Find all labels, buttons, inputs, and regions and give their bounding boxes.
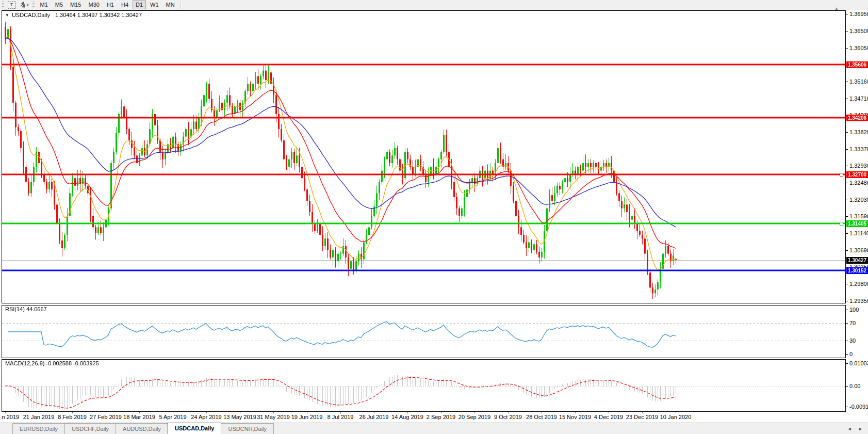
price-tick-label: 1.30690 [849,247,868,253]
macd-tick-label: 0.00 [849,383,860,389]
timeframe-mn[interactable]: MN [163,1,178,9]
top-toolbar: T ▾ M1M5M15M30H1H4D1W1MN [0,0,868,10]
rsi-panel [2,305,846,358]
time-axis[interactable]: 2 Jan 201921 Jan 20198 Feb 201927 Feb 20… [2,412,846,422]
price-tick-label: 1.31590 [849,213,868,219]
date-label: 15 Nov 2019 [559,414,591,420]
chevron-down-icon: ▾ [27,3,29,7]
axis-tick-mark [846,82,848,82]
timeframe-w1[interactable]: W1 [147,1,162,9]
ohlc-values: 1.30464 1.30497 1.30342 1.30427 [55,12,142,18]
time-axis-tick [474,412,475,413]
price-tick-label: 1.29800 [849,281,868,287]
time-axis-tick [407,412,408,413]
arrows-tool-icon [19,2,26,9]
time-axis-tick [240,412,240,413]
price-tick-label: 1.31140 [849,230,868,236]
tab-usdchf-daily[interactable]: USDCHF,Daily [64,423,116,434]
timeframe-h1[interactable]: H1 [104,1,117,9]
time-axis-tick [575,412,576,413]
price-tick-label: 1.35160 [849,78,868,85]
time-axis-tick [5,412,6,413]
rsi-tick-label: 100 [849,307,859,313]
mt5-chart-window: { "toolbar": { "text_tool": "T", "dropdo… [0,0,868,434]
candlestick-chart[interactable] [2,11,845,303]
price-tick-label: 1.29350 [849,298,868,304]
date-label: 20 Sep 2019 [458,414,490,420]
axis-tick-mark [846,48,848,49]
price-tick-label: 1.32480 [849,180,868,186]
macd-indicator-label: MACD(12,26,9) -0.002588 -0.003925 [5,360,99,366]
rsi-tick-label: 0 [849,351,853,357]
tab-eurusd-daily[interactable]: EURUSD,Daily [12,423,65,434]
level-price-label: 1.32700 [846,171,868,178]
time-axis-tick [173,412,173,413]
chart-shift-marker[interactable]: ▲ [834,6,839,11]
axis-tick-mark [846,132,848,133]
axis-tick-mark [846,310,848,310]
tab-usdcnh-daily[interactable]: USDCNH,Daily [221,423,274,434]
macd-panel [2,359,846,412]
rsi-chart[interactable] [2,306,845,358]
axis-tick-mark [846,341,848,341]
level-drag-handle[interactable] [840,173,843,176]
macd-tick-label: -0.009153 [849,404,868,410]
axis-tick-mark [846,99,848,99]
toolbar-grip[interactable] [32,2,35,8]
price-chart-panel [2,10,846,303]
axis-tick-mark [846,407,848,407]
tab-usdcad-daily[interactable]: USDCAD,Daily [168,423,221,434]
toolbar-grip[interactable] [2,2,4,8]
date-label: 5 Apr 2019 [159,414,186,420]
axis-tick-mark [846,386,848,387]
macd-chart[interactable] [2,360,845,411]
date-label: 24 Apr 2019 [191,414,221,420]
time-axis-tick [273,412,274,413]
time-axis-tick [609,412,609,413]
date-label: 2 Jan 2019 [2,414,19,420]
rsi-tick-label: 70 [849,320,856,326]
date-label: 8 Feb 2019 [58,414,87,420]
timeframe-buttons: M1M5M15M30H1H4D1W1MN [37,1,178,9]
price-tick-label: 1.32930 [849,163,868,169]
timeframe-d1[interactable]: D1 [133,1,146,9]
level-price-label: 1.30152 [846,267,868,274]
level-price-label: 1.31405 [846,220,868,227]
date-label: 10 Jan 2020 [660,414,692,420]
date-label: 8 Jul 2019 [327,414,354,420]
price-tick-label: 1.36500 [849,28,868,34]
axis-tick-mark [846,183,848,183]
date-label: 27 Feb 2019 [90,414,122,420]
price-tick-label: 1.32030 [849,197,868,203]
axis-tick-mark [846,166,848,166]
level-price-label: 1.34206 [846,115,868,121]
timeframe-h4[interactable]: H4 [118,1,132,9]
date-label: 23 Dec 2019 [626,414,658,420]
timeframe-m15[interactable]: M15 [67,1,84,9]
timeframe-m1[interactable]: M1 [37,1,51,9]
arrows-tool-button[interactable]: ▾ [17,1,30,9]
symbol-dropdown-icon[interactable]: ▼ [5,13,9,18]
tab-audusd-daily[interactable]: AUDUSD,Daily [116,423,168,434]
time-axis-tick [441,412,441,413]
chart-tab-bar: EURUSD,DailyUSDCHF,DailyAUDUSD,DailyUSDC… [0,423,868,434]
date-label: 18 Mar 2019 [123,414,155,420]
tab-scroll-left-icon[interactable]: ◄ [847,426,852,431]
chart-title: ▼ USDCAD,Daily 1.30464 1.30497 1.30342 1… [5,12,142,18]
time-axis-tick [139,412,140,413]
text-tool-icon: T [8,1,15,9]
tab-scroll-right-icon[interactable]: ► [858,426,863,431]
timeframe-m5[interactable]: M5 [52,1,66,9]
axis-tick-mark [846,301,848,301]
time-axis-tick [676,412,676,413]
axis-tick-mark [846,149,848,150]
timeframe-m30[interactable]: M30 [85,1,102,9]
axis-tick-mark [846,354,848,355]
time-axis-tick [374,412,374,413]
time-axis-tick [642,412,643,413]
price-tick-label: 1.36950 [849,11,868,17]
current-price-label: 1.30427 [846,257,868,264]
level-drag-handle[interactable] [840,222,843,226]
text-tool-button[interactable]: T [6,1,17,9]
tab-scroll-arrows: ◄ ► [842,426,863,431]
